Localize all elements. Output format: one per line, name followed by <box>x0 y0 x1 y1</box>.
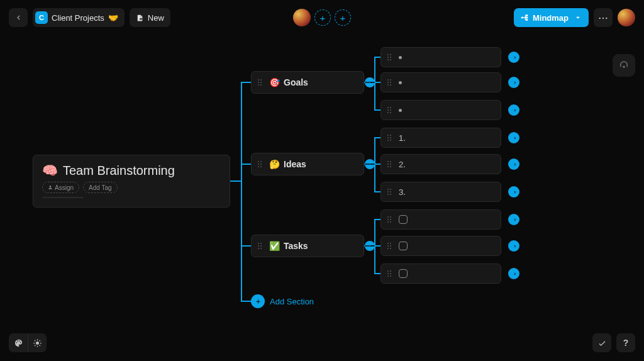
more-menu-button[interactable]: ⋯ <box>594 8 613 27</box>
root-node[interactable]: 🧠 Team Brainstorming Assign Add Tag <box>33 155 230 208</box>
drag-handle-icon[interactable] <box>387 189 394 196</box>
item-node-idea-2[interactable]: 2. <box>380 154 501 174</box>
add-tag-chip[interactable]: Add Tag <box>83 182 118 193</box>
expand-arrow-button[interactable] <box>508 104 519 116</box>
svg-point-3 <box>526 19 527 20</box>
drag-handle-icon[interactable] <box>387 54 394 61</box>
svg-point-1 <box>526 14 527 16</box>
expand-arrow-button[interactable] <box>508 158 519 170</box>
drag-handle-icon[interactable] <box>387 216 394 223</box>
item-node-task-1[interactable] <box>380 209 501 230</box>
item-node-goal-2[interactable] <box>380 72 501 92</box>
drag-handle-icon[interactable] <box>258 243 264 250</box>
footer-actions: ? <box>592 333 635 352</box>
plus-icon <box>251 294 265 308</box>
view-switcher-button[interactable]: Mindmap <box>514 8 589 27</box>
view-label: Mindmap <box>533 13 569 23</box>
drag-handle-icon[interactable] <box>387 135 394 142</box>
item-node-goal-3[interactable] <box>380 100 501 120</box>
canvas-tools <box>9 333 47 352</box>
bullet-icon <box>399 56 402 59</box>
account-avatar[interactable] <box>618 9 635 26</box>
helmet-icon <box>618 60 630 71</box>
confirm-button[interactable] <box>592 333 611 352</box>
palette-icon <box>14 338 23 348</box>
item-node-idea-3[interactable]: 3. <box>380 182 501 202</box>
drag-handle-icon[interactable] <box>387 161 394 168</box>
mindmap-canvas: 🧠 Team Brainstorming Assign Add Tag 🎯 Go… <box>0 0 644 361</box>
drag-handle-icon[interactable] <box>387 243 394 250</box>
target-icon: 🎯 <box>269 77 280 87</box>
color-palette-button[interactable] <box>9 333 28 352</box>
user-avatar[interactable] <box>293 9 311 26</box>
new-button[interactable]: New <box>130 8 170 27</box>
task-checkbox[interactable] <box>399 269 408 278</box>
thinking-icon: 🤔 <box>269 159 280 169</box>
bullet-icon <box>399 81 402 84</box>
person-icon <box>48 185 53 190</box>
item-node-task-3[interactable] <box>380 264 501 284</box>
chevron-left-icon <box>14 13 23 22</box>
expand-arrow-button[interactable] <box>508 132 519 143</box>
expand-arrow-button[interactable] <box>508 52 519 63</box>
collapse-toggle-ideas[interactable] <box>365 159 375 169</box>
bullet-icon <box>399 109 402 112</box>
root-emoji: 🧠 <box>42 163 58 178</box>
breadcrumb[interactable]: C Client Projects 🤝 <box>33 8 125 27</box>
workspace-badge: C <box>35 11 48 24</box>
item-node-goal-1[interactable] <box>380 47 501 67</box>
question-icon: ? <box>623 338 629 348</box>
task-checkbox[interactable] <box>399 242 408 250</box>
handshake-icon: 🤝 <box>108 13 118 23</box>
checkmark-icon: ✅ <box>269 241 280 251</box>
help-button[interactable]: ? <box>616 333 635 352</box>
drag-handle-icon[interactable] <box>258 161 264 168</box>
svg-point-2 <box>526 17 527 18</box>
drag-handle-icon[interactable] <box>387 107 394 114</box>
item-node-idea-1[interactable]: 1. <box>380 128 501 148</box>
svg-point-4 <box>36 342 39 345</box>
drag-handle-icon[interactable] <box>387 79 394 86</box>
section-node-tasks[interactable]: ✅ Tasks <box>251 235 364 257</box>
collapse-toggle-tasks[interactable] <box>365 241 375 251</box>
root-title: Team Brainstorming <box>63 164 175 178</box>
section-label: Tasks <box>284 241 308 251</box>
svg-point-0 <box>521 17 523 18</box>
section-label: Goals <box>284 77 308 87</box>
breadcrumb-label: Client Projects <box>52 13 104 23</box>
check-icon <box>597 338 607 348</box>
expand-arrow-button[interactable] <box>508 77 519 88</box>
divider <box>42 197 84 198</box>
theme-toggle-button[interactable] <box>28 333 47 352</box>
top-bar: C Client Projects 🤝 New + + Mindmap ⋯ <box>9 6 635 29</box>
sun-icon <box>33 338 42 348</box>
new-label: New <box>148 13 164 23</box>
back-button[interactable] <box>9 8 28 27</box>
chevron-down-icon <box>574 13 582 22</box>
add-collaborator-button[interactable]: + <box>335 9 351 26</box>
collapse-toggle-goals[interactable] <box>365 77 375 87</box>
section-node-ideas[interactable]: 🤔 Ideas <box>251 153 364 175</box>
section-label: Ideas <box>284 159 306 169</box>
section-node-goals[interactable]: 🎯 Goals <box>251 71 364 94</box>
task-checkbox[interactable] <box>399 215 408 224</box>
item-node-task-2[interactable] <box>380 236 501 256</box>
assign-chip[interactable]: Assign <box>42 182 79 193</box>
expand-arrow-button[interactable] <box>508 214 519 225</box>
expand-arrow-button[interactable] <box>508 186 519 197</box>
add-collaborator-button[interactable]: + <box>314 9 331 26</box>
expand-arrow-button[interactable] <box>508 268 519 279</box>
drag-handle-icon[interactable] <box>258 79 264 86</box>
side-panel-toggle[interactable] <box>613 54 635 77</box>
add-section-button[interactable]: Add Section <box>251 294 314 308</box>
mindmap-icon <box>520 13 529 22</box>
expand-arrow-button[interactable] <box>508 240 519 252</box>
drag-handle-icon[interactable] <box>387 270 394 277</box>
add-section-label: Add Section <box>270 297 314 306</box>
new-doc-icon <box>136 14 144 22</box>
